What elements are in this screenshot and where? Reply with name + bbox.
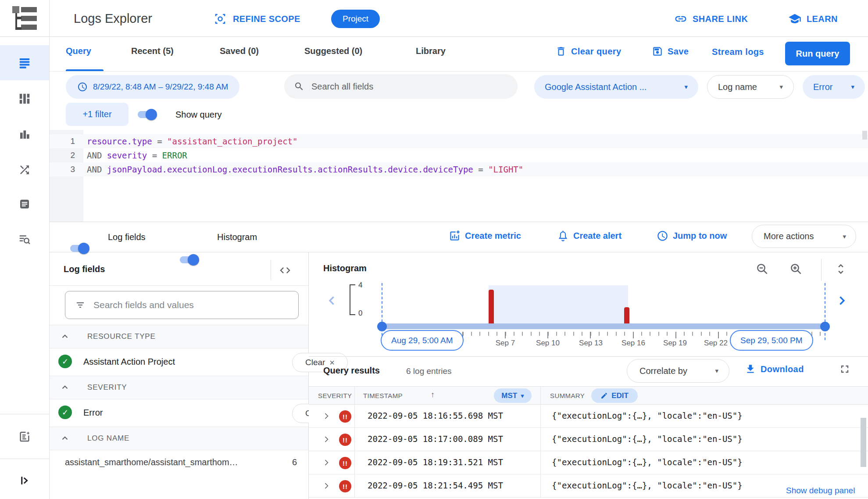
log-fields-toggle-label: Log fields xyxy=(108,232,146,242)
fullscreen-icon[interactable] xyxy=(839,363,851,375)
graduation-cap-icon xyxy=(788,12,801,25)
chevron-down-icon: ▾ xyxy=(851,83,854,91)
col-summary: SUMMARY xyxy=(550,392,585,399)
sort-ascending-icon[interactable]: ↑ xyxy=(431,390,435,399)
log-name-item-row[interactable]: assistant_smarthome/assistant_smarthom… … xyxy=(50,450,308,475)
log-entry-row[interactable]: !! 2022-09-05 18:16:55.698 MST {"executi… xyxy=(309,405,868,428)
stream-logs-button[interactable]: Stream logs xyxy=(712,47,764,57)
query-editor[interactable]: 1 resource.type = "assistant_action_proj… xyxy=(50,130,868,222)
expand-row-chevron[interactable] xyxy=(322,435,331,444)
log-summary: {"executionLog":{…}, "locale":"en-US"} xyxy=(552,457,743,467)
edit-summary-chip[interactable]: EDIT xyxy=(591,388,638,403)
log-entry-row[interactable]: !! 2022-09-05 18:19:31.521 MST {"executi… xyxy=(309,451,868,474)
project-scope-badge[interactable]: Project xyxy=(331,10,380,28)
histogram-next-chevron[interactable] xyxy=(834,293,849,308)
zoom-in-icon[interactable] xyxy=(789,262,803,276)
code-token: AND xyxy=(87,165,107,174)
histogram-plot[interactable] xyxy=(382,285,825,325)
log-fields-toggle[interactable] xyxy=(69,243,89,254)
run-query-button[interactable]: Run query xyxy=(785,42,850,65)
trash-icon xyxy=(555,46,567,57)
sidebar-item-log-analytics[interactable] xyxy=(0,222,49,257)
line-number: 2 xyxy=(50,148,75,162)
column-separator xyxy=(540,428,541,451)
more-actions-button[interactable]: More actions ▾ xyxy=(752,225,856,248)
download-button[interactable]: Download xyxy=(745,363,804,375)
show-debug-panel-link[interactable]: Show debug panel xyxy=(783,486,855,495)
tab-recent[interactable]: Recent (5) xyxy=(131,46,174,56)
zoom-out-icon[interactable] xyxy=(756,262,769,276)
sidebar-item-log-dashboard[interactable] xyxy=(0,117,49,152)
clock-icon xyxy=(657,230,668,242)
refine-scope-button[interactable]: REFINE SCOPE xyxy=(214,12,300,25)
log-name-dropdown[interactable]: Log name ▾ xyxy=(707,75,794,99)
error-severity-icon: !! xyxy=(339,410,351,423)
create-metric-button[interactable]: Create metric xyxy=(449,230,521,242)
column-separator xyxy=(354,428,355,451)
range-start-pill[interactable]: Aug 29, 5:00 AM xyxy=(381,330,464,351)
results-divider xyxy=(309,356,868,357)
sidebar-item-logs-explorer[interactable] xyxy=(0,45,49,80)
save-button[interactable]: Save xyxy=(652,46,689,57)
share-link-label: SHARE LINK xyxy=(693,14,748,24)
severity-dropdown[interactable]: Error ▾ xyxy=(803,75,865,99)
search-all-fields-input[interactable] xyxy=(311,82,487,92)
ai-summary-icon xyxy=(18,430,31,443)
section-resource-type[interactable]: RESOURCE TYPE xyxy=(50,325,308,348)
search-all-fields[interactable] xyxy=(284,74,518,99)
log-analytics-icon xyxy=(18,233,31,246)
expand-row-chevron[interactable] xyxy=(322,412,331,420)
date-range-chip[interactable]: 8/29/22, 8:48 AM – 9/29/22, 9:48 AM xyxy=(66,75,239,99)
show-query-toggle[interactable] xyxy=(137,109,157,120)
section-severity[interactable]: SEVERITY xyxy=(50,376,308,399)
code-line: 3 AND jsonPayload.executionLog.execution… xyxy=(50,162,868,176)
section-label: LOG NAME xyxy=(87,434,129,443)
log-entry-row[interactable]: !! 2022-09-05 18:17:00.089 MST {"executi… xyxy=(309,428,868,451)
tab-saved[interactable]: Saved (0) xyxy=(220,46,259,56)
code-token: "assistant_action_project" xyxy=(167,136,297,146)
log-name-item-count: 6 xyxy=(292,457,297,467)
section-log-name[interactable]: LOG NAME xyxy=(50,427,308,450)
log-fields-search[interactable] xyxy=(65,291,299,319)
create-alert-button[interactable]: Create alert xyxy=(557,230,622,242)
sidebar-item-log-storage[interactable] xyxy=(0,187,49,222)
resource-dropdown[interactable]: Google Assistant Action ... ▾ xyxy=(534,75,698,99)
edit-label: EDIT xyxy=(611,391,629,400)
code-token: jsonPayload.executionLog.executionResult… xyxy=(107,165,473,174)
expand-row-chevron[interactable] xyxy=(322,481,331,490)
histogram-slider-track[interactable] xyxy=(382,323,825,329)
results-scrollbar[interactable] xyxy=(861,418,866,467)
slider-handle-left[interactable] xyxy=(377,322,387,331)
unfold-icon[interactable] xyxy=(834,262,847,276)
log-fields-search-input[interactable] xyxy=(93,300,278,310)
tabs-divider xyxy=(50,71,868,72)
sidebar-item-log-metrics[interactable] xyxy=(0,81,49,116)
query-results-title: Query results xyxy=(323,366,380,376)
expand-row-chevron[interactable] xyxy=(322,458,331,467)
additional-filter-chip[interactable]: +1 filter xyxy=(66,103,129,126)
jump-to-now-button[interactable]: Jump to now xyxy=(657,230,727,242)
histogram-prev-chevron[interactable] xyxy=(325,293,339,308)
editor-scrollbar[interactable] xyxy=(862,131,867,140)
histogram-bars xyxy=(382,285,825,325)
sidebar-expand-button[interactable] xyxy=(0,463,49,498)
tab-library[interactable]: Library xyxy=(416,46,446,56)
histogram-toggle[interactable] xyxy=(179,254,199,266)
sidebar-item-ai-summary[interactable] xyxy=(0,419,49,454)
learn-button[interactable]: LEARN xyxy=(788,12,838,25)
tab-query[interactable]: Query xyxy=(66,46,91,56)
view-as-code-button[interactable] xyxy=(279,264,291,276)
create-metric-icon xyxy=(449,230,461,242)
share-link-button[interactable]: SHARE LINK xyxy=(674,12,748,25)
correlate-by-button[interactable]: Correlate by ▾ xyxy=(627,359,729,383)
tab-suggested[interactable]: Suggested (0) xyxy=(304,46,362,56)
clear-query-button[interactable]: Clear query xyxy=(555,46,621,57)
slider-handle-right[interactable] xyxy=(820,322,830,331)
code-line: 1 resource.type = "assistant_action_proj… xyxy=(50,134,868,148)
page-title: Logs Explorer xyxy=(74,11,152,26)
range-end-pill[interactable]: Sep 29, 5:00 PM xyxy=(730,330,813,351)
save-icon xyxy=(652,46,663,57)
sidebar-item-log-router[interactable] xyxy=(0,152,49,187)
check-circle-icon: ✓ xyxy=(58,406,72,419)
timezone-chip[interactable]: MST ▾ xyxy=(494,388,532,403)
